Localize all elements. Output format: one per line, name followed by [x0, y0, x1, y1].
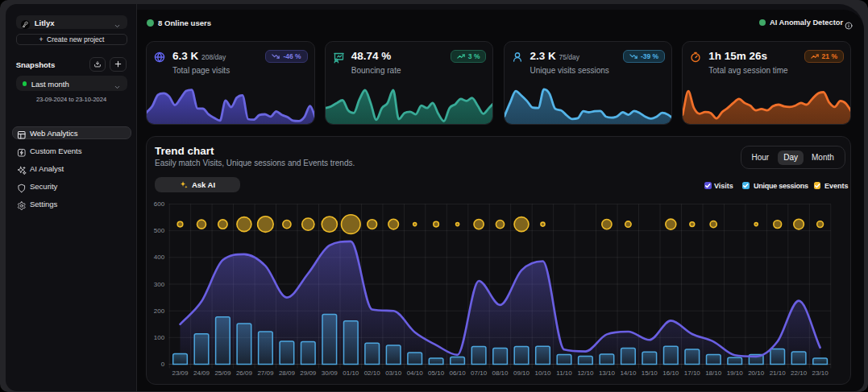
svg-text:22/10: 22/10 — [791, 369, 808, 377]
svg-text:06/10: 06/10 — [450, 369, 467, 377]
svg-text:03/10: 03/10 — [385, 369, 402, 377]
svg-text:16/10: 16/10 — [662, 369, 679, 377]
svg-text:05/10: 05/10 — [428, 369, 445, 377]
svg-text:24/09: 24/09 — [193, 369, 210, 377]
svg-text:23/10: 23/10 — [812, 369, 829, 377]
svg-text:11/10: 11/10 — [556, 369, 572, 377]
svg-text:02/10: 02/10 — [364, 369, 381, 377]
svg-text:25/09: 25/09 — [214, 369, 231, 377]
svg-text:04/10: 04/10 — [407, 369, 424, 377]
svg-text:29/09: 29/09 — [300, 369, 317, 377]
svg-text:500: 500 — [154, 227, 165, 234]
svg-text:19/10: 19/10 — [727, 369, 744, 377]
svg-text:26/09: 26/09 — [236, 369, 253, 377]
svg-text:21/10: 21/10 — [770, 369, 787, 377]
svg-text:07/10: 07/10 — [471, 369, 488, 377]
svg-text:10/10: 10/10 — [534, 369, 551, 377]
svg-text:08/10: 08/10 — [492, 369, 509, 377]
svg-text:27/09: 27/09 — [257, 369, 274, 377]
svg-text:14/10: 14/10 — [620, 369, 637, 377]
svg-text:13/10: 13/10 — [599, 369, 616, 377]
svg-text:18/10: 18/10 — [705, 369, 722, 377]
svg-text:15/10: 15/10 — [642, 369, 658, 377]
svg-text:09/10: 09/10 — [513, 369, 530, 377]
svg-text:400: 400 — [154, 254, 165, 261]
svg-text:20/10: 20/10 — [748, 369, 765, 377]
svg-text:300: 300 — [154, 281, 165, 288]
svg-text:23/09: 23/09 — [172, 369, 189, 377]
svg-text:600: 600 — [154, 200, 165, 208]
svg-text:0: 0 — [161, 361, 165, 368]
svg-text:01/10: 01/10 — [343, 369, 359, 377]
svg-text:100: 100 — [154, 334, 165, 341]
svg-text:28/09: 28/09 — [279, 369, 296, 377]
svg-text:17/10: 17/10 — [684, 369, 701, 377]
svg-text:30/09: 30/09 — [322, 369, 338, 377]
svg-text:200: 200 — [154, 307, 165, 315]
svg-text:12/10: 12/10 — [577, 369, 594, 377]
